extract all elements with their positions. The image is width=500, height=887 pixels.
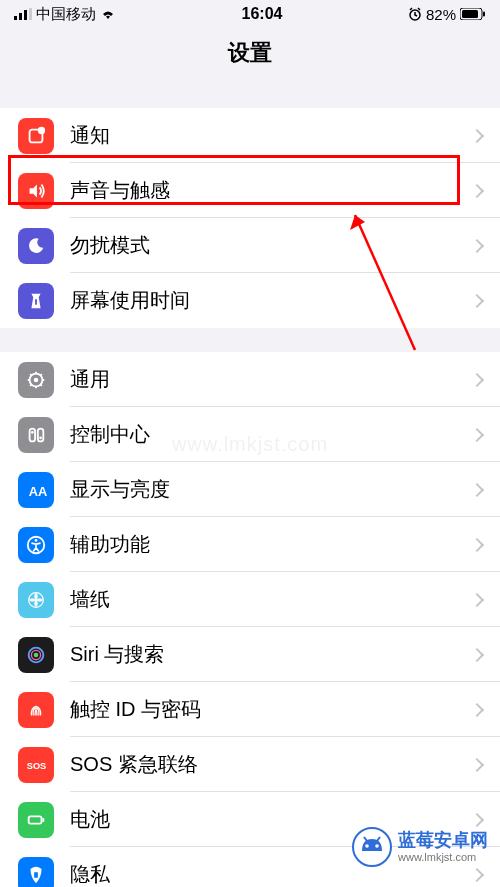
- row-sos[interactable]: SOS SOS 紧急联络: [0, 737, 500, 792]
- row-label: Siri 与搜索: [70, 641, 472, 668]
- row-wallpaper[interactable]: 墙纸: [0, 572, 500, 627]
- general-icon: [18, 362, 54, 398]
- chevron-right-icon: [470, 867, 484, 881]
- row-screentime[interactable]: 屏幕使用时间: [0, 273, 500, 328]
- svg-rect-10: [35, 299, 37, 305]
- svg-point-12: [34, 377, 39, 382]
- row-label: SOS 紧急联络: [70, 751, 472, 778]
- chevron-right-icon: [470, 482, 484, 496]
- display-icon: AA: [18, 472, 54, 508]
- carrier-label: 中国移动: [36, 5, 96, 24]
- row-notifications[interactable]: 通知: [0, 108, 500, 163]
- chevron-right-icon: [470, 372, 484, 386]
- row-dnd[interactable]: 勿扰模式: [0, 218, 500, 273]
- svg-point-24: [34, 652, 39, 657]
- svg-point-32: [365, 844, 369, 848]
- accessibility-icon: [18, 527, 54, 563]
- row-label: 触控 ID 与密码: [70, 696, 472, 723]
- svg-point-33: [375, 844, 379, 848]
- svg-text:SOS: SOS: [27, 760, 46, 770]
- svg-point-16: [39, 436, 42, 439]
- svg-rect-7: [483, 12, 485, 17]
- sos-icon: SOS: [18, 747, 54, 783]
- svg-rect-2: [24, 10, 27, 20]
- row-touchid[interactable]: 触控 ID 与密码: [0, 682, 500, 737]
- chevron-right-icon: [470, 238, 484, 252]
- row-label: 显示与亮度: [70, 476, 472, 503]
- row-control-center[interactable]: 控制中心: [0, 407, 500, 462]
- battery-percent: 82%: [426, 6, 456, 23]
- chevron-right-icon: [470, 702, 484, 716]
- chevron-right-icon: [470, 812, 484, 826]
- wallpaper-icon: [18, 582, 54, 618]
- chevron-right-icon: [470, 128, 484, 142]
- dnd-icon: [18, 228, 54, 264]
- svg-rect-3: [29, 8, 32, 20]
- alarm-icon: [408, 7, 422, 21]
- chevron-right-icon: [470, 293, 484, 307]
- svg-rect-15: [38, 428, 44, 441]
- svg-rect-0: [14, 16, 17, 20]
- watermark-title: 蓝莓安卓网: [398, 831, 488, 851]
- svg-text:AA: AA: [29, 483, 47, 498]
- status-right: 82%: [408, 6, 486, 23]
- settings-section-2: 通用 控制中心 AA 显示与亮度 辅助功能 墙纸 Siri 与搜索: [0, 352, 500, 887]
- chevron-right-icon: [470, 592, 484, 606]
- settings-section-1: 通知 声音与触感 勿扰模式 屏幕使用时间: [0, 108, 500, 328]
- status-time: 16:04: [242, 5, 283, 23]
- svg-rect-6: [462, 10, 478, 18]
- watermark-logo: 蓝莓安卓网 www.lmkjst.com: [352, 827, 488, 867]
- row-general[interactable]: 通用: [0, 352, 500, 407]
- svg-point-14: [31, 430, 34, 433]
- chevron-right-icon: [470, 183, 484, 197]
- svg-rect-1: [19, 13, 22, 20]
- page-title: 设置: [0, 28, 500, 84]
- battery-icon: [460, 8, 486, 20]
- row-label: 勿扰模式: [70, 232, 472, 259]
- row-siri[interactable]: Siri 与搜索: [0, 627, 500, 682]
- watermark-url: www.lmkjst.com: [398, 851, 488, 863]
- signal-icon: [14, 8, 32, 20]
- row-display[interactable]: AA 显示与亮度: [0, 462, 500, 517]
- svg-rect-28: [34, 872, 38, 878]
- wifi-icon: [100, 8, 116, 20]
- chevron-right-icon: [470, 537, 484, 551]
- row-label: 通用: [70, 366, 472, 393]
- svg-rect-26: [29, 816, 42, 823]
- siri-icon: [18, 637, 54, 673]
- svg-point-19: [35, 539, 38, 542]
- row-sounds[interactable]: 声音与触感: [0, 163, 500, 218]
- control-center-icon: [18, 417, 54, 453]
- status-bar: 中国移动 16:04 82%: [0, 0, 500, 28]
- row-label: 辅助功能: [70, 531, 472, 558]
- row-label: 控制中心: [70, 421, 472, 448]
- svg-point-9: [38, 126, 45, 133]
- svg-rect-27: [42, 818, 44, 822]
- sounds-icon: [18, 173, 54, 209]
- battery-row-icon: [18, 802, 54, 838]
- screentime-icon: [18, 283, 54, 319]
- status-left: 中国移动: [14, 5, 116, 24]
- chevron-right-icon: [470, 647, 484, 661]
- chevron-right-icon: [470, 757, 484, 771]
- row-accessibility[interactable]: 辅助功能: [0, 517, 500, 572]
- row-label: 墙纸: [70, 586, 472, 613]
- android-icon: [352, 827, 392, 867]
- row-label: 屏幕使用时间: [70, 287, 472, 314]
- row-label: 通知: [70, 122, 472, 149]
- privacy-icon: [18, 857, 54, 888]
- svg-rect-13: [30, 428, 35, 441]
- touchid-icon: [18, 692, 54, 728]
- row-label: 声音与触感: [70, 177, 472, 204]
- notifications-icon: [18, 118, 54, 154]
- chevron-right-icon: [470, 427, 484, 441]
